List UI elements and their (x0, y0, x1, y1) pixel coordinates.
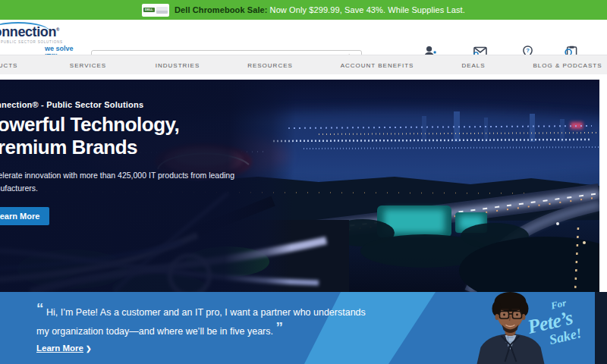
pete-quote-text: Hi, I’m Pete! As a customer and an IT pr… (36, 307, 366, 337)
nav-item-account-benefits[interactable]: ACCOUNT BENEFITS (341, 62, 414, 69)
hero-headline: Powerful Technology, Premium Brands (0, 113, 304, 158)
logo-subtitle: PUBLIC SECTOR SOLUTIONS (1, 40, 63, 44)
page: DELL Dell Chromebook Sale:Now Only $299.… (0, 0, 607, 364)
laptop-thumbnail (156, 7, 168, 14)
promo-rest-text: Now Only $299.99, Save 43%. While Suppli… (270, 5, 465, 14)
promo-lead-text: Dell Chromebook Sale: (175, 5, 268, 14)
promo-banner[interactable]: DELL Dell Chromebook Sale:Now Only $299.… (0, 0, 607, 20)
nav-item-resources[interactable]: RESOURCES (247, 62, 293, 69)
open-quote-mark: “ (36, 300, 44, 316)
hero-content: Connection® - Public Sector Solutions Po… (0, 80, 304, 225)
hero-learn-more-button[interactable]: Learn More (0, 207, 49, 225)
main-nav: PRODUCTS SERVICES INDUSTRIES RESOURCES A… (0, 55, 607, 74)
pete-quote: “ Hi, I’m Pete! As a customer and an IT … (36, 303, 379, 341)
hero-eyebrow: Connection® - Public Sector Solutions (0, 100, 304, 109)
hero-section: Connection® - Public Sector Solutions Po… (0, 80, 599, 292)
close-quote-mark: ” (275, 319, 283, 335)
logo-name: Connection® (0, 24, 59, 40)
hero-headline-line2: Premium Brands (0, 136, 304, 158)
hero-headline-line1: Powerful Technology, (0, 113, 304, 136)
nav-item-services[interactable]: SERVICES (70, 62, 106, 69)
chevron-right-icon: ❯ (86, 345, 92, 353)
connection-logo[interactable]: Connection® PUBLIC SECTOR SOLUTIONS we s… (0, 23, 83, 53)
site-header: Connection® PUBLIC SECTOR SOLUTIONS we s… (0, 20, 607, 55)
hero-subtext: Accelerate innovation with more than 425… (0, 169, 252, 195)
nav-item-products[interactable]: PRODUCTS (0, 62, 17, 69)
nav-item-industries[interactable]: INDUSTRIES (156, 62, 200, 69)
promo-text: Dell Chromebook Sale:Now Only $299.99, S… (175, 5, 465, 14)
nav-item-blog-podcasts[interactable]: BLOG & PODCASTS (533, 62, 602, 69)
dell-chromebook-thumbnail-icon: DELL (142, 4, 169, 17)
pete-learn-more-link[interactable]: Learn More❯ (36, 344, 92, 353)
registered-mark: ® (56, 27, 59, 32)
nav-item-deals[interactable]: DEALS (461, 62, 485, 69)
svg-text:?: ? (527, 47, 530, 54)
dell-badge: DELL (143, 8, 154, 12)
pete-learn-more-label: Learn More (36, 344, 83, 353)
pete-banner: For Pete’s Sake! “ Hi, I’m Pete! As a cu… (0, 292, 607, 364)
